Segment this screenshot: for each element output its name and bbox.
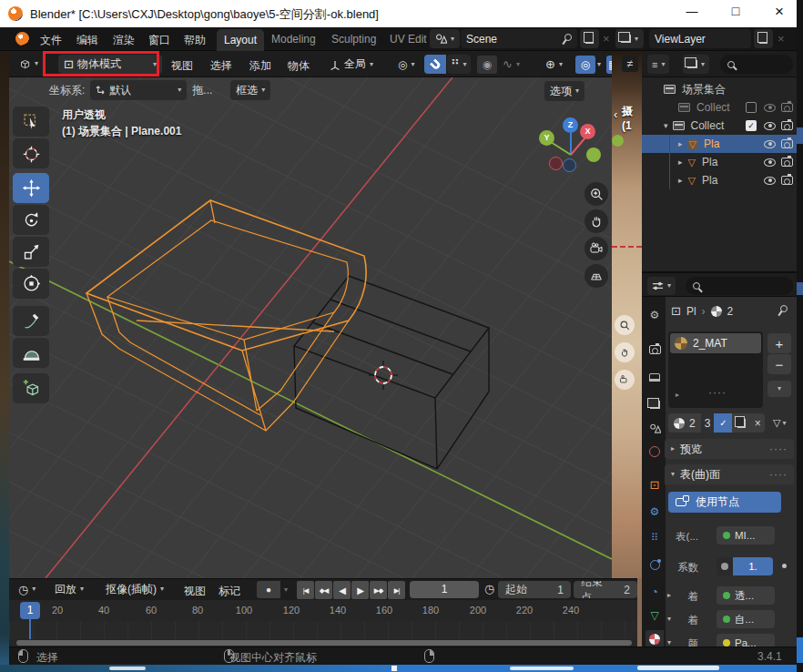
eye-icon[interactable]: [764, 140, 776, 148]
eye-icon[interactable]: [764, 177, 776, 185]
timeline-ruler[interactable]: 20 40 60 80 100 120 140 160 180 200 220 …: [9, 600, 637, 621]
camera-visibility-icon[interactable]: [781, 121, 793, 130]
factor-socket-button[interactable]: [717, 557, 733, 575]
pin-icon[interactable]: [561, 34, 572, 45]
menu-view[interactable]: 视图: [171, 58, 193, 74]
drag-dots[interactable]: ····: [769, 443, 788, 455]
tab-sculpting[interactable]: Sculpting: [331, 33, 376, 46]
tab-output[interactable]: [645, 368, 664, 386]
menu-object[interactable]: 物体: [288, 58, 310, 74]
tool-select-box[interactable]: [13, 107, 49, 137]
tool-measure[interactable]: [13, 338, 49, 368]
playhead-line[interactable]: [29, 619, 31, 639]
unlink-button[interactable]: ×: [750, 413, 765, 433]
timeline-scrollbar[interactable]: [16, 640, 632, 646]
link-material-dropdown[interactable]: ▽▾: [771, 413, 788, 433]
jump-end-button[interactable]: ▶|: [388, 581, 405, 599]
shader1-value[interactable]: 透...: [717, 586, 775, 605]
panel-surface[interactable]: ▾ 表(曲)面 ····: [665, 464, 794, 484]
eye-icon[interactable]: [764, 158, 776, 167]
tab-render[interactable]: [645, 341, 664, 359]
prev-keyframe-button[interactable]: ◆◀: [315, 581, 332, 599]
strip-pan-button[interactable]: [615, 342, 635, 362]
strip-header-filter-icon[interactable]: ≠: [622, 56, 638, 72]
ortho-toggle-button[interactable]: [584, 264, 608, 288]
camera-visibility-icon[interactable]: [781, 158, 793, 167]
eye-icon[interactable]: [764, 104, 776, 112]
tab-view-layer[interactable]: [645, 395, 664, 413]
viewlayer-name-field[interactable]: ViewLayer: [649, 29, 751, 48]
menu-view[interactable]: 视图: [184, 584, 206, 599]
header-collapse-icon[interactable]: ‹: [614, 107, 617, 121]
gizmo-axis-z[interactable]: Z: [563, 117, 578, 133]
gizmo-axis-x-neg[interactable]: [549, 157, 563, 170]
gizmo-axis-y-neg[interactable]: [586, 148, 601, 162]
strip-camera-button[interactable]: [615, 370, 635, 390]
menu-playback[interactable]: 回放 ▾: [51, 580, 87, 598]
menu-render[interactable]: 渲染: [113, 33, 135, 48]
falloff-dropdown[interactable]: ∿ ▾: [499, 55, 523, 74]
surface-row-value[interactable]: MI...: [717, 526, 775, 545]
animate-decorator[interactable]: [782, 564, 787, 568]
menu-select[interactable]: 选择: [210, 58, 232, 74]
tab-object-data[interactable]: ▽: [645, 606, 664, 625]
viewport-3d[interactable]: 坐标系: 默认 ▾ 拖... 框选 ▾ 选项 ▾ 用户透视 (1) 场景集合 |…: [9, 77, 612, 578]
outliner-row-object-2[interactable]: ▸ ▽ Pla: [642, 153, 797, 171]
tool-transform[interactable]: [13, 269, 49, 299]
outliner-row-scene-collection[interactable]: 场景集合: [642, 80, 797, 98]
outliner-display-dropdown[interactable]: ▾: [683, 55, 709, 74]
snap-toggle[interactable]: [424, 55, 446, 74]
breadcrumb-material[interactable]: 2: [727, 305, 734, 318]
zoom-button[interactable]: [584, 182, 608, 206]
material-browse-button[interactable]: 2: [668, 413, 701, 433]
tab-uvedit[interactable]: UV Edit: [390, 33, 427, 46]
tab-scene[interactable]: [645, 419, 664, 437]
gizmo-axis-y[interactable]: Y: [539, 130, 554, 146]
tool-annotate[interactable]: [13, 306, 49, 336]
menu-marker[interactable]: 标记: [219, 584, 240, 599]
pivot-dropdown[interactable]: ◎▾: [395, 55, 418, 74]
menu-edit[interactable]: 编辑: [76, 33, 98, 48]
tab-tool[interactable]: ⚙: [645, 306, 664, 324]
new-material-button[interactable]: [732, 413, 750, 433]
tool-rotate[interactable]: [13, 205, 49, 235]
tab-material[interactable]: [645, 630, 664, 647]
tab-world[interactable]: [645, 443, 664, 461]
scene-new-button[interactable]: [580, 29, 599, 48]
timeline-track-area[interactable]: [9, 621, 637, 639]
tab-object[interactable]: ⊡: [645, 475, 664, 494]
outliner-editor-dropdown[interactable]: ≡ ▾: [647, 55, 669, 74]
menu-keying[interactable]: 抠像(插帧) ▾: [102, 580, 168, 598]
overlays-chevron[interactable]: ▾: [597, 61, 601, 68]
camera-visibility-icon[interactable]: [781, 103, 793, 112]
outliner-search-field[interactable]: [720, 55, 793, 74]
tool-scale[interactable]: [13, 237, 49, 267]
tool-cursor[interactable]: [13, 138, 49, 168]
tab-layout[interactable]: Layout: [217, 29, 264, 51]
gizmo-axis-x[interactable]: X: [580, 124, 595, 139]
maximize-button[interactable]: □: [722, 4, 749, 18]
properties-editor-dropdown[interactable]: ▾: [647, 277, 676, 295]
record-dropdown[interactable]: ▾: [284, 586, 288, 594]
menu-file[interactable]: 文件: [40, 33, 62, 48]
menu-help[interactable]: 帮助: [184, 33, 206, 48]
frame-start-field[interactable]: 起始 1: [498, 581, 571, 598]
camera-visibility-icon[interactable]: [781, 139, 793, 148]
orientation-dropdown[interactable]: 全局 ▾: [324, 55, 379, 74]
outliner-row-object-3[interactable]: ▸ ▽ Pla: [642, 171, 797, 189]
shader2-value[interactable]: 自...: [717, 610, 775, 628]
editor-type-dropdown[interactable]: ▾: [13, 54, 44, 74]
tab-modifiers[interactable]: ⚙: [645, 503, 664, 521]
tool-add-cube[interactable]: [13, 373, 49, 403]
scene-type-dropdown[interactable]: ▾: [430, 29, 460, 48]
outliner-row-collection-1[interactable]: Collect: [642, 98, 797, 117]
properties-search-field[interactable]: [686, 277, 793, 295]
fake-user-toggle[interactable]: ✓: [714, 413, 732, 433]
close-button[interactable]: ×: [766, 3, 793, 21]
camera-view-button[interactable]: [584, 237, 608, 260]
snap-with-dropdown[interactable]: ⠛ ▾: [447, 55, 471, 74]
exclude-checkbox[interactable]: ✓: [746, 120, 757, 131]
timeline-editor-dropdown[interactable]: ◷ ▾: [15, 580, 39, 598]
disclosure-down-icon[interactable]: ▾: [664, 122, 668, 130]
users-count-button[interactable]: 3: [701, 413, 715, 433]
